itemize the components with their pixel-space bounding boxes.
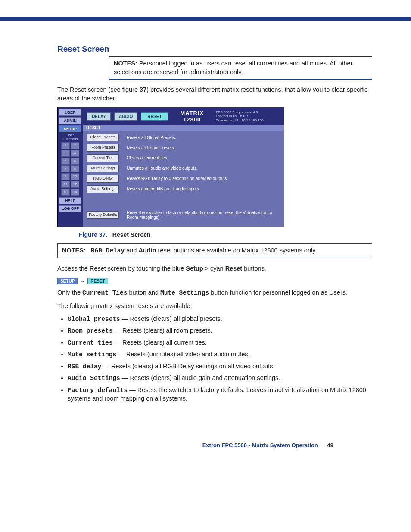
reset-row-factory: Factory DefaultsReset the switcher to fa…: [87, 210, 280, 220]
fn-11[interactable]: 11: [61, 181, 70, 188]
fn-6[interactable]: 6: [71, 158, 79, 165]
notes-label: NOTES:: [114, 60, 137, 67]
room-presets-button[interactable]: Room Presets: [87, 144, 119, 152]
figure-caption: Figure 37. Reset Screen: [79, 231, 372, 238]
panel-header: RESET: [83, 124, 284, 131]
meta-block: FPC 5500 Program ver. 4.0 LoggedOn as: U…: [216, 110, 280, 123]
fn-10[interactable]: 10: [71, 173, 79, 180]
room-presets-desc: Resets all Room Presets.: [127, 146, 175, 150]
access-paragraph: Access the Reset screen by touching the …: [57, 264, 372, 273]
notes-text: Personnel logged in as users can reset a…: [114, 60, 353, 75]
meta-login: LoggedOn as: USER: [216, 114, 280, 118]
audio-tab[interactable]: AUDIO: [114, 112, 137, 121]
fn-4[interactable]: 4: [71, 150, 79, 157]
factory-defaults-button[interactable]: Factory Defaults: [87, 211, 119, 219]
arrow-icon: →: [80, 279, 85, 284]
notes-box-2: NOTES: RGB Delay and Audio reset buttons…: [57, 243, 372, 259]
list-item: Mute settings — Resets (unmutes) all vid…: [68, 350, 372, 359]
reset-row-room: Room PresetsResets all Room Presets.: [87, 144, 280, 152]
fn-1[interactable]: 1: [61, 142, 70, 149]
footer-page-number: 49: [327, 442, 333, 448]
fn-7[interactable]: 7: [61, 165, 70, 172]
top-row: DELAY AUDIO RESET MATRIX 12800 FPC 5500 …: [83, 107, 284, 124]
mute-settings-desc: Unmutes all audio and video outputs.: [127, 166, 198, 171]
reset-row-ties: Current TiesClears all current ties.: [87, 154, 280, 162]
user-button[interactable]: USER: [59, 109, 81, 116]
notes-label-2: NOTES:: [62, 247, 86, 254]
user-limit-paragraph: Only the Current Ties button and Mute Se…: [57, 289, 372, 298]
page-footer: Extron FPC 5500 • Matrix System Operatio…: [57, 442, 372, 448]
fn-2[interactable]: 2: [71, 142, 79, 149]
inline-button-illustration: SETUP → RESET: [57, 278, 108, 284]
product-title: MATRIX 12800: [172, 110, 212, 123]
reset-row-audio: Audio SettingsResets gain to 0dB on all …: [87, 185, 280, 193]
function-grid: 1 2 3 4 5 6 7 8 9 10 11 12 13 14: [59, 142, 81, 196]
panel-body: Global PresetsResets all Global Presets.…: [83, 131, 284, 226]
meta-connection: Connection: IP - 10.13.195.100: [216, 118, 280, 123]
logoff-button[interactable]: LOG OFF: [59, 205, 81, 212]
fn-9[interactable]: 9: [61, 173, 70, 180]
list-item: Global presets — Resets (clears) all glo…: [68, 315, 372, 324]
audio-settings-button[interactable]: Audio Settings: [87, 185, 119, 193]
list-item: Factory defaults — Resets the switcher t…: [68, 386, 372, 403]
section-heading: Reset Screen: [57, 44, 372, 54]
list-intro: The following matrix system resets are a…: [57, 302, 372, 311]
notes-box-1: NOTES: Personnel logged in as users can …: [109, 56, 372, 80]
audio-settings-desc: Resets gain to 0dB on all audio inputs.: [127, 187, 200, 191]
mute-settings-button[interactable]: Mute Settings: [87, 165, 119, 172]
current-ties-desc: Clears all current ties.: [127, 156, 168, 160]
intro-paragraph: The Reset screen (see figure 37) provide…: [57, 86, 372, 103]
user-functions-label: User Functions: [59, 134, 81, 141]
meta-version: FPC 5500 Program ver. 4.0: [216, 110, 280, 115]
fn-3[interactable]: 3: [61, 150, 70, 157]
factory-defaults-desc: Reset the switcher to factory defaults (…: [127, 210, 273, 220]
inline-reset-button: RESET: [87, 278, 108, 284]
list-item: Audio Settings — Resets (clears) all aud…: [68, 374, 372, 383]
help-button[interactable]: HELP: [59, 197, 81, 204]
fn-8[interactable]: 8: [71, 165, 79, 172]
header-stripe: [0, 17, 411, 21]
global-presets-desc: Resets all Global Presets.: [127, 135, 176, 140]
fn-13[interactable]: 13: [61, 189, 70, 196]
sidebar: USER ADMIN SETUP User Functions 1 2 3 4 …: [58, 107, 83, 226]
fn-14[interactable]: 14: [71, 189, 79, 196]
reset-bullet-list: Global presets — Resets (clears) all glo…: [61, 315, 372, 404]
reset-screen-figure: USER ADMIN SETUP User Functions 1 2 3 4 …: [57, 107, 284, 227]
list-item: Room presets — Resets (clears) all room …: [68, 327, 372, 336]
reset-row-global: Global PresetsResets all Global Presets.: [87, 134, 280, 141]
figure-title: Reset Screen: [112, 231, 151, 238]
reset-tab[interactable]: RESET: [141, 112, 168, 121]
footer-title: Extron FPC 5500 • Matrix System Operatio…: [202, 442, 318, 448]
admin-button[interactable]: ADMIN: [59, 117, 81, 124]
reset-row-rgb: RGB DelayResets RGB Delay to 0 seconds o…: [87, 175, 280, 183]
fn-5[interactable]: 5: [61, 158, 70, 165]
rgb-delay-button[interactable]: RGB Delay: [87, 175, 119, 183]
setup-button[interactable]: SETUP: [59, 125, 81, 132]
list-item: RGB delay — Resets (clears) all RGB Dela…: [68, 362, 372, 371]
fn-12[interactable]: 12: [71, 181, 79, 188]
delay-tab[interactable]: DELAY: [87, 112, 111, 121]
rgb-delay-desc: Resets RGB Delay to 0 seconds on all vid…: [127, 176, 228, 181]
figure-number: Figure 37.: [79, 231, 107, 238]
current-ties-button[interactable]: Current Ties: [87, 154, 119, 162]
inline-setup-button: SETUP: [57, 278, 78, 284]
reset-row-mute: Mute SettingsUnmutes all audio and video…: [87, 165, 280, 172]
global-presets-button[interactable]: Global Presets: [87, 134, 119, 141]
list-item: Current ties — Resets (clears) all curre…: [68, 339, 372, 348]
